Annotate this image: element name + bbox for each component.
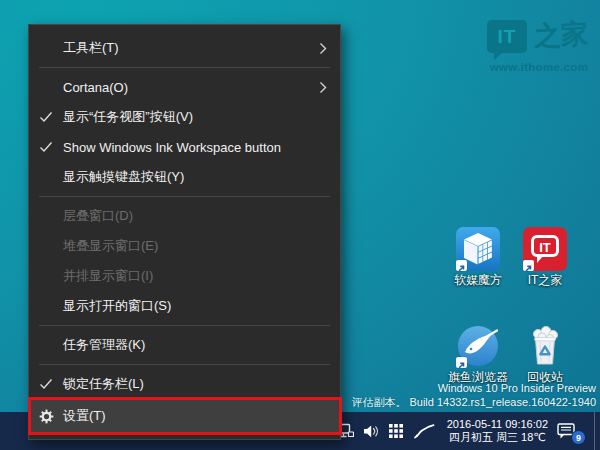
menu-item-label: 工具栏(T) [63, 39, 319, 57]
desktop-icon-label: IT之家 [512, 274, 578, 287]
clock-date-time: 2016-05-11 09:16:02 [447, 418, 548, 431]
desktop-icon-label: 软媒魔方 [445, 274, 511, 287]
checkmark-icon [29, 141, 63, 153]
gear-icon [29, 409, 63, 424]
menu-separator [39, 325, 330, 326]
menu-item-task-manager[interactable]: 任务管理器(K) [29, 330, 340, 360]
shortcut-arrow-icon [523, 260, 534, 271]
menu-item-label: Cortana(O) [63, 80, 319, 95]
grid-icon[interactable] [389, 424, 404, 439]
taskbar-context-menu: 工具栏(T) Cortana(O) 显示“任务视图”按钮(V) Show Win… [28, 24, 341, 440]
menu-item-cortana[interactable]: Cortana(O) [29, 72, 340, 102]
menu-item-label: 显示“任务视图”按钮(V) [63, 108, 340, 126]
shortcut-arrow-icon [456, 357, 467, 368]
menu-item-label: 并排显示窗口(I) [63, 267, 340, 285]
notification-count-badge: 9 [571, 430, 586, 445]
watermark-line2: 评估副本。 Build 14332.rs1_release.160422-194… [351, 396, 596, 410]
menu-item-toolbars[interactable]: 工具栏(T) [29, 33, 340, 63]
ithome-it-icon: IT [487, 20, 527, 53]
desktop-icon-ruanmei[interactable]: 软媒魔方 [445, 227, 511, 287]
menu-item-show-open-windows[interactable]: 显示打开的窗口(S) [29, 291, 340, 321]
ithome-logo-row: IT 之家 [487, 20, 599, 53]
taskbar-clock[interactable]: 2016-05-11 09:16:02 四月初五 周三 18℃ [447, 418, 548, 444]
shortcut-arrow-icon [456, 260, 467, 271]
checkmark-icon [29, 111, 63, 123]
menu-item-show-windows-ink-workspace-button[interactable]: Show Windows Ink Workspace button [29, 132, 340, 162]
menu-item-label: 层叠窗口(D) [63, 207, 340, 225]
chevron-right-icon [319, 42, 327, 55]
menu-item-label: 显示打开的窗口(S) [63, 297, 340, 315]
menu-item-show-windows-side-by-side: 并排显示窗口(I) [29, 261, 340, 291]
desktop-icon-recycle-bin[interactable]: 回收站 [512, 324, 578, 384]
menu-item-label: 任务管理器(K) [63, 336, 340, 354]
menu-item-label: 设置(T) [63, 407, 340, 425]
menu-separator [39, 67, 330, 68]
ithome-url: www.ithome.com [487, 61, 591, 73]
menu-separator [39, 196, 330, 197]
volume-icon[interactable] [363, 424, 380, 439]
action-center-button[interactable]: 9 [556, 418, 584, 444]
menu-item-label: Show Windows Ink Workspace button [63, 140, 340, 155]
desktop-icon-ithome[interactable]: IT IT之家 [512, 227, 578, 287]
menu-item-label: 堆叠显示窗口(E) [63, 237, 340, 255]
desktop: IT 之家 www.ithome.com [0, 0, 600, 450]
menu-item-show-windows-stacked: 堆叠显示窗口(E) [29, 231, 340, 261]
menu-item-lock-the-taskbar[interactable]: 锁定任务栏(L) [29, 369, 340, 399]
menu-item-show-task-view-button[interactable]: 显示“任务视图”按钮(V) [29, 102, 340, 132]
clock-lunar-weather: 四月初五 周三 18℃ [447, 431, 548, 444]
menu-item-settings[interactable]: 设置(T) [29, 399, 340, 433]
windows-ink-pen-icon[interactable] [413, 424, 435, 439]
svg-text:IT: IT [539, 240, 551, 255]
menu-separator [39, 364, 330, 365]
insider-watermark: Windows 10 Pro Insider Preview 评估副本。 Bui… [351, 382, 596, 409]
watermark-line1: Windows 10 Pro Insider Preview [351, 382, 596, 396]
menu-item-show-touch-keyboard-button[interactable]: 显示触摸键盘按钮(Y) [29, 162, 340, 192]
ruanmei-icon [456, 227, 500, 271]
qiyu-browser-icon [456, 324, 500, 368]
ithome-app-icon: IT [523, 227, 567, 271]
chevron-right-icon [319, 81, 327, 94]
recycle-bin-icon [523, 324, 567, 368]
menu-item-label: 锁定任务栏(L) [63, 375, 340, 393]
desktop-icon-qiyu-browser[interactable]: 旗鱼浏览器 [445, 324, 511, 384]
show-desktop-button[interactable] [594, 412, 595, 450]
ithome-logo: IT 之家 www.ithome.com [487, 20, 599, 73]
ithome-home-text: 之家 [533, 19, 588, 52]
checkmark-icon [29, 378, 63, 390]
menu-item-label: 显示触摸键盘按钮(Y) [63, 168, 340, 186]
system-tray [336, 423, 435, 439]
menu-item-cascade-windows: 层叠窗口(D) [29, 201, 340, 231]
